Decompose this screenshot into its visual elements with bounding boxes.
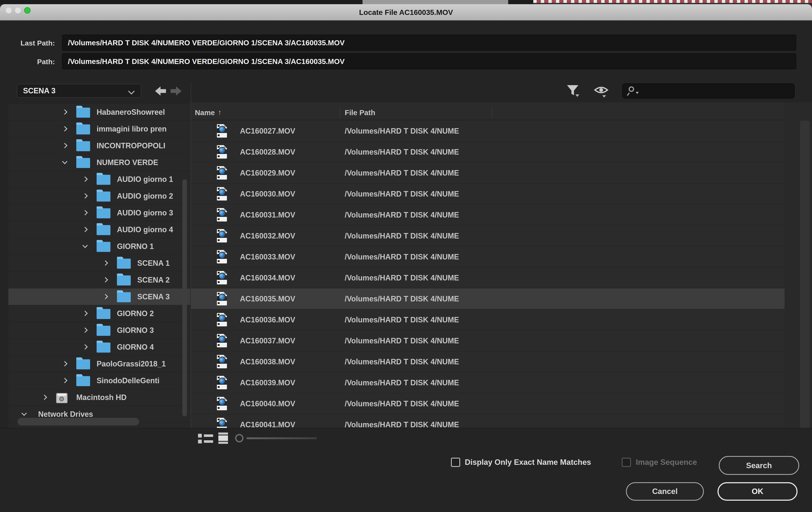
file-name: AC160035.MOV xyxy=(240,289,295,309)
tree-item-label: GIORNO 3 xyxy=(117,322,154,339)
tree-item-label: INCONTROPOPOLI xyxy=(96,137,165,154)
file-row-ac160038-mov[interactable]: AC160038.MOV/Volumes/HARD T DISK 4/NUME xyxy=(191,351,785,372)
tree-vertical-scrollbar[interactable] xyxy=(182,179,187,416)
chevron-down-icon[interactable] xyxy=(21,410,27,416)
tree-horizontal-scrollbar[interactable] xyxy=(18,418,139,425)
file-row-ac160035-mov[interactable]: AC160035.MOV/Volumes/HARD T DISK 4/NUME xyxy=(191,289,785,309)
filter-button[interactable] xyxy=(566,85,580,98)
chevron-right-icon[interactable] xyxy=(82,311,88,316)
tree-item-numero-verde[interactable]: NUMERO VERDE xyxy=(8,154,190,171)
tree-item-label: SCENA 3 xyxy=(137,289,170,305)
file-row-ac160034-mov[interactable]: AC160034.MOV/Volumes/HARD T DISK 4/NUME xyxy=(191,267,785,289)
location-dropdown[interactable]: SCENA 3 xyxy=(17,84,141,98)
tree-item-incontropopoli[interactable]: INCONTROPOPOLI xyxy=(8,137,190,154)
search-input[interactable] xyxy=(622,83,794,99)
chevron-right-icon[interactable] xyxy=(82,227,88,232)
visibility-button[interactable] xyxy=(594,85,609,99)
path-field[interactable]: /Volumes/HARD T DISK 4/NUMERO VERDE/GIOR… xyxy=(62,53,796,70)
tree-item-scena-2[interactable]: SCENA 2 xyxy=(8,272,190,289)
list-header: Name ↑ File Path xyxy=(191,105,812,120)
file-row-ac160041-mov[interactable]: AC160041.MOV/Volumes/HARD T DISK 4/NUME xyxy=(191,414,785,428)
tree-item-audio-giorno-4[interactable]: AUDIO giorno 4 xyxy=(8,221,190,238)
file-name: AC160034.MOV xyxy=(240,267,295,289)
last-path-field[interactable]: /Volumes/HARD T DISK 4/NUMERO VERDE/GIOR… xyxy=(62,35,796,51)
chevron-right-icon[interactable] xyxy=(103,277,108,282)
ok-button[interactable]: OK xyxy=(718,482,798,501)
thumbnail-size-slider-knob[interactable] xyxy=(235,434,243,442)
background-gray-strip xyxy=(362,0,508,4)
tree-item-habaneroshowreel[interactable]: HabaneroShowreel xyxy=(8,104,190,120)
chevron-right-icon[interactable] xyxy=(62,109,67,114)
chevron-right-icon[interactable] xyxy=(62,126,67,131)
file-row-ac160040-mov[interactable]: AC160040.MOV/Volumes/HARD T DISK 4/NUME xyxy=(191,393,785,414)
background-timeline-strip xyxy=(533,0,812,3)
cancel-button[interactable]: Cancel xyxy=(626,482,704,501)
tree-item-audio-giorno-2[interactable]: AUDIO giorno 2 xyxy=(8,188,190,205)
display-exact-matches-checkbox[interactable] xyxy=(451,458,460,467)
file-row-ac160029-mov[interactable]: AC160029.MOV/Volumes/HARD T DISK 4/NUME xyxy=(191,163,785,184)
search-options-triangle-icon xyxy=(636,92,639,94)
list-vertical-scrollbar[interactable] xyxy=(800,120,810,428)
file-row-ac160037-mov[interactable]: AC160037.MOV/Volumes/HARD T DISK 4/NUME xyxy=(191,330,785,351)
file-row-ac160027-mov[interactable]: AC160027.MOV/Volumes/HARD T DISK 4/NUME xyxy=(191,120,785,141)
file-row-ac160030-mov[interactable]: AC160030.MOV/Volumes/HARD T DISK 4/NUME xyxy=(191,184,785,205)
tree-item-audio-giorno-3[interactable]: AUDIO giorno 3 xyxy=(8,205,190,221)
tree-item-giorno-1[interactable]: GIORNO 1 xyxy=(8,238,190,255)
file-row-ac160039-mov[interactable]: AC160039.MOV/Volumes/HARD T DISK 4/NUME xyxy=(191,372,785,393)
file-row-ac160033-mov[interactable]: AC160033.MOV/Volumes/HARD T DISK 4/NUME xyxy=(191,246,785,267)
file-path: /Volumes/HARD T DISK 4/NUME xyxy=(345,205,459,225)
list-view-button[interactable] xyxy=(198,433,213,444)
thumbnail-view-button[interactable] xyxy=(219,432,228,444)
chevron-right-icon[interactable] xyxy=(82,344,88,349)
column-header-file-path[interactable]: File Path xyxy=(345,105,375,120)
chevron-right-icon[interactable] xyxy=(82,177,88,182)
back-button[interactable] xyxy=(155,86,166,96)
chevron-right-icon[interactable] xyxy=(103,294,108,299)
chevron-right-icon[interactable] xyxy=(62,361,67,366)
tree-item-audio-giorno-1[interactable]: AUDIO giorno 1 xyxy=(8,171,190,188)
sort-ascending-icon[interactable]: ↑ xyxy=(218,105,222,119)
chevron-right-icon[interactable] xyxy=(82,210,88,215)
chevron-right-icon[interactable] xyxy=(103,260,108,266)
chevron-right-icon[interactable] xyxy=(82,327,88,333)
chevron-right-icon[interactable] xyxy=(62,378,67,383)
chevron-down-icon xyxy=(128,88,135,95)
tree-item-scena-3[interactable]: SCENA 3 xyxy=(8,289,190,305)
back-arrow-icon xyxy=(155,86,161,96)
tree-item-sinododellegenti[interactable]: SinodoDelleGenti xyxy=(8,372,190,389)
tree-item-macintosh-hd[interactable]: Macintosh HD xyxy=(8,389,190,406)
dialog-title: Locate File AC160035.MOV xyxy=(0,4,812,21)
tree-item-label: NUMERO VERDE xyxy=(96,154,158,171)
tree-item-label: GIORNO 4 xyxy=(117,339,154,355)
file-name: AC160038.MOV xyxy=(240,351,295,372)
image-sequence-checkbox[interactable] xyxy=(622,458,631,467)
tree-item-giorno-3[interactable]: GIORNO 3 xyxy=(8,322,190,339)
tree-item-immagini-libro-pren[interactable]: immagini libro pren xyxy=(8,120,190,137)
forward-button[interactable] xyxy=(171,86,181,96)
column-divider-2[interactable] xyxy=(492,107,492,119)
file-row-ac160032-mov[interactable]: AC160032.MOV/Volumes/HARD T DISK 4/NUME xyxy=(191,225,785,246)
hard-drive-icon xyxy=(56,393,68,403)
tree-item-giorno-4[interactable]: GIORNO 4 xyxy=(8,339,190,355)
tree-item-paolograssi2018-1[interactable]: PaoloGrassi2018_1 xyxy=(8,355,190,372)
search-button[interactable]: Search xyxy=(719,456,799,475)
chevron-right-icon[interactable] xyxy=(82,193,88,198)
column-header-name[interactable]: Name xyxy=(195,105,215,120)
column-divider[interactable] xyxy=(340,107,340,119)
background-dark-strip-2 xyxy=(508,0,533,4)
file-path: /Volumes/HARD T DISK 4/NUME xyxy=(345,225,459,246)
chevron-right-icon[interactable] xyxy=(62,143,67,148)
chevron-down-icon[interactable] xyxy=(62,159,67,164)
file-path: /Volumes/HARD T DISK 4/NUME xyxy=(345,351,459,372)
chevron-down-icon[interactable] xyxy=(82,243,88,248)
tree-item-giorno-2[interactable]: GIORNO 2 xyxy=(8,305,190,322)
tree-item-scena-1[interactable]: SCENA 1 xyxy=(8,255,190,272)
file-row-ac160036-mov[interactable]: AC160036.MOV/Volumes/HARD T DISK 4/NUME xyxy=(191,309,785,330)
tree-item-label: GIORNO 1 xyxy=(117,238,154,255)
folder-icon xyxy=(76,108,90,118)
chevron-right-icon[interactable] xyxy=(42,395,47,400)
image-sequence-label: Image Sequence xyxy=(636,457,697,468)
thumbnail-size-slider-track[interactable] xyxy=(246,437,317,439)
file-row-ac160031-mov[interactable]: AC160031.MOV/Volumes/HARD T DISK 4/NUME xyxy=(191,205,785,225)
file-row-ac160028-mov[interactable]: AC160028.MOV/Volumes/HARD T DISK 4/NUME xyxy=(191,141,785,163)
